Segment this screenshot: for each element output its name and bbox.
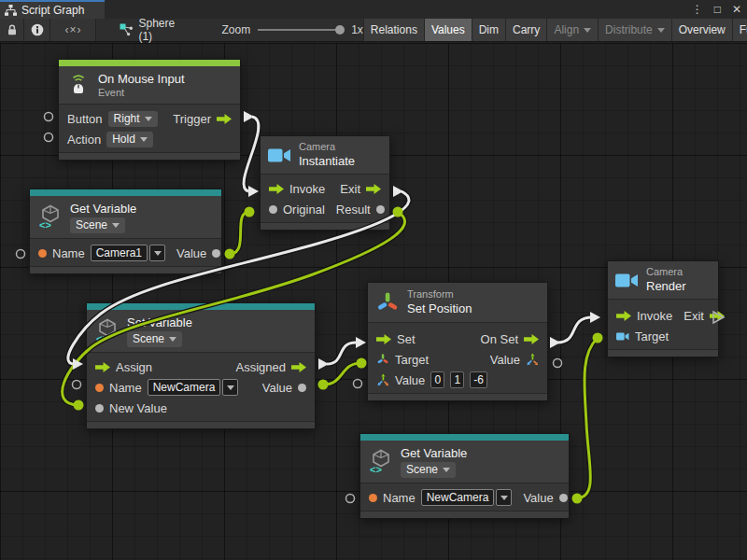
x-value-field[interactable]: 0 [430,371,444,388]
window-maximize-icon[interactable]: □ [714,3,721,16]
node-title: Get Variable [401,445,467,461]
flow-arrow-icon[interactable] [269,184,284,194]
flow-port-triangle[interactable] [244,111,254,122]
node-camera-instantiate[interactable]: Camera Instantiate Invoke Exit Original … [260,135,390,231]
code-preview-button[interactable]: ‹×› [50,19,96,41]
value-port-dot[interactable] [269,205,277,214]
variable-kind-dropdown[interactable]: Scene [127,331,182,347]
graph-canvas[interactable]: On Mouse Input Event Button Right Trigge… [0,43,747,560]
port-row-target-value: Target Value [368,349,547,370]
unconnected-port-circle[interactable] [554,359,562,368]
value-port-dot-connected[interactable] [357,358,367,369]
name-port-dot[interactable] [38,249,47,258]
wire-trigger-to-invoke[interactable] [244,117,259,191]
info-button[interactable] [24,19,50,41]
flow-port-triangle[interactable] [73,358,83,370]
value-port-dot[interactable] [376,205,385,214]
vector3-port-icon[interactable] [376,373,389,386]
action-dropdown[interactable]: Hold [106,132,153,147]
flow-arrow-icon[interactable] [217,114,232,124]
wire-newcamera-to-target[interactable] [577,338,598,498]
dim-button[interactable]: Dim [472,19,505,41]
y-value-field[interactable]: 1 [450,371,464,388]
tab-script-graph[interactable]: Script Graph [0,0,105,19]
wire-camera1-to-original[interactable] [230,212,249,254]
value-port-dot-connected[interactable] [318,380,329,390]
zoom-slider[interactable] [258,29,344,31]
combo-arrow-button[interactable] [496,489,512,506]
flow-port-triangle[interactable] [393,186,403,197]
distribute-dropdown[interactable]: Distribute [598,19,671,41]
zoom-label: Zoom [221,23,250,36]
node-set-variable[interactable]: <> Set Variable Scene Assign Assigned Na… [86,302,316,429]
overview-button[interactable]: Overview [671,19,732,41]
unconnected-port-circle[interactable] [45,133,53,142]
wire-value-to-target[interactable] [323,363,361,385]
wire-onset-to-invoke[interactable] [557,317,592,343]
value-port-dot-connected[interactable] [225,249,235,259]
zoom-slider-knob[interactable] [335,25,345,35]
node-get-variable-newcamera[interactable]: <> Get Variable Scene Name NewCamera Val… [359,433,570,519]
flow-port-triangle[interactable] [356,337,366,348]
variable-kind-dropdown[interactable]: Scene [70,217,125,233]
value-port-dot-connected[interactable] [74,400,84,411]
variable-name-combo[interactable]: Camera1 [91,245,165,261]
window-menu-icon[interactable]: ⋮ [692,3,703,16]
flow-arrow-icon[interactable] [710,311,725,321]
variable-name-combo[interactable]: NewCamera [421,489,513,506]
node-set-position[interactable]: Transform Set Position Set On Set Target… [367,282,548,401]
value-port-dot-connected[interactable] [572,494,583,504]
window-close-icon[interactable]: ✕ [732,3,741,16]
align-dropdown[interactable]: Align [546,19,598,41]
z-value-field[interactable]: -6 [470,371,487,388]
combo-arrow-button[interactable] [222,379,238,396]
value-port-dot-connected[interactable] [393,207,403,217]
name-port-dot[interactable] [369,494,377,502]
node-get-variable-camera1[interactable]: <> Get Variable Scene Name Camera1 Value [29,189,222,274]
breadcrumb[interactable]: Sphere (1) [120,19,182,41]
value-port-dot[interactable] [559,494,568,502]
flow-port-triangle[interactable] [248,186,259,197]
flow-arrow-icon[interactable] [524,334,539,344]
flow-arrow-icon[interactable] [95,362,110,372]
mouse-input-icon [66,73,91,97]
name-port-dot[interactable] [95,384,104,392]
variable-name-combo[interactable]: NewCamera [148,379,239,396]
node-on-mouse-input[interactable]: On Mouse Input Event Button Right Trigge… [58,59,241,161]
wire-assigned-to-set[interactable] [327,343,356,364]
unconnected-port-circle[interactable] [346,495,355,503]
variable-kind-dropdown[interactable]: Scene [401,462,456,478]
value-port-dot-connected[interactable] [245,207,255,217]
flow-port-triangle[interactable] [590,312,600,323]
transform-port-icon[interactable] [376,353,389,366]
unconnected-port-circle[interactable] [17,250,25,259]
flow-port-triangle[interactable] [550,337,560,348]
values-button[interactable]: Values [424,19,472,41]
value-port-dot[interactable] [298,384,306,392]
trigger-port-label: Trigger [173,112,211,126]
value-in-port-label: Value [395,373,425,387]
new-value-port-dot[interactable] [95,404,104,413]
lock-icon [6,23,19,36]
lock-button[interactable] [0,19,24,41]
button-dropdown[interactable]: Right [108,111,158,127]
value-port-label: Value [176,246,206,260]
unconnected-port-circle[interactable] [354,380,362,388]
unconnected-port-circle[interactable] [73,381,81,389]
combo-arrow-button[interactable] [149,245,165,261]
flow-arrow-icon[interactable] [291,362,306,372]
camera-port-icon[interactable] [616,331,629,342]
name-port-label: Name [52,246,85,260]
carry-button[interactable]: Carry [505,19,546,41]
unconnected-port-circle[interactable] [45,113,53,121]
value-port-dot[interactable] [212,249,220,258]
node-camera-render[interactable]: Camera Render Invoke Exit Target [607,260,719,357]
vector3-port-icon[interactable] [526,353,539,366]
flow-arrow-icon[interactable] [616,311,631,321]
value-port-dot-connected[interactable] [593,333,603,343]
flow-arrow-icon[interactable] [376,334,391,344]
fullscreen-button[interactable]: Full Screen [732,19,747,41]
flow-port-triangle[interactable] [318,358,329,370]
relations-button[interactable]: Relations [363,19,424,41]
flow-arrow-icon[interactable] [366,184,381,194]
